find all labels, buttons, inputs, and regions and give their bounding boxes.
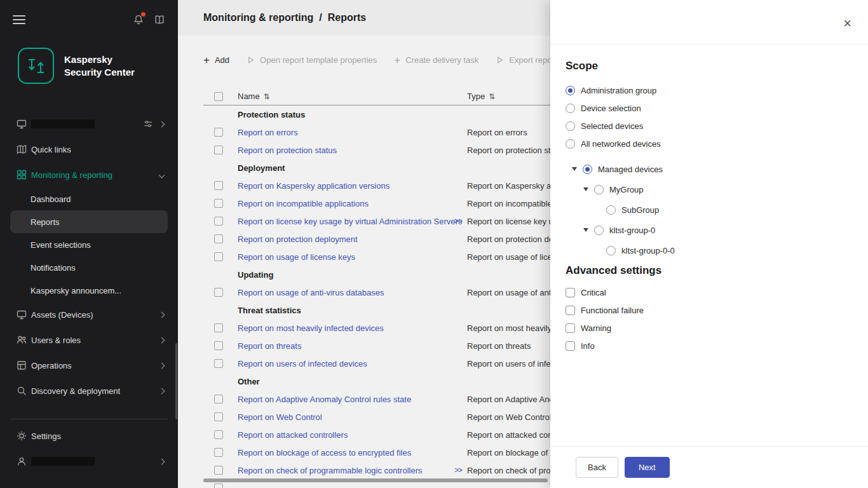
notifications-bell-icon[interactable]: [133, 14, 144, 25]
sidebar-item-label: Operations: [31, 361, 72, 370]
back-button[interactable]: Back: [576, 457, 618, 478]
server-switch-icon[interactable]: [143, 119, 153, 129]
radio-button[interactable]: [594, 185, 604, 194]
checkbox[interactable]: [566, 341, 575, 351]
row-checkbox[interactable]: [214, 146, 223, 154]
tree-expander-icon[interactable]: [572, 167, 577, 171]
row-checkbox[interactable]: [214, 217, 223, 226]
breadcrumb-parent[interactable]: Monitoring & reporting: [203, 12, 313, 24]
row-checkbox[interactable]: [214, 448, 223, 457]
report-link[interactable]: Report on errors: [238, 128, 298, 137]
kaspersky-logo-icon: [18, 48, 54, 84]
next-button[interactable]: Next: [625, 457, 670, 478]
radio-button[interactable]: [566, 121, 575, 131]
report-link[interactable]: Report on incompatible applications: [238, 199, 369, 208]
row-checkbox[interactable]: [214, 395, 223, 403]
sidebar-item-account[interactable]: [0, 449, 178, 474]
sidebar-item-assets[interactable]: Assets (Devices): [0, 302, 178, 327]
toolbar-button-export-report[interactable]: Export report: [496, 55, 557, 65]
sidebar-subitem-dashboard[interactable]: Dashboard: [10, 187, 168, 210]
group-name: Deployment: [238, 163, 467, 173]
hamburger-menu-icon[interactable]: [13, 15, 25, 24]
sidebar-item-monitoring-reporting[interactable]: Monitoring & reporting: [0, 162, 178, 187]
report-link[interactable]: Report on users of infected devices: [238, 359, 367, 369]
row-checkbox[interactable]: [214, 323, 223, 332]
severity-option-label: Critical: [581, 288, 606, 297]
tree-expander-icon[interactable]: [583, 228, 588, 232]
sidebar-topbar: [0, 0, 178, 25]
report-link[interactable]: Report on threats: [238, 341, 301, 351]
row-checkbox[interactable]: [214, 412, 223, 421]
server-icon: [16, 118, 27, 130]
row-check-cell: [203, 359, 238, 368]
checkbox[interactable]: [566, 288, 575, 297]
report-link[interactable]: Report on protection status: [238, 146, 337, 155]
help-book-icon[interactable]: [154, 14, 165, 25]
expand-marker[interactable]: >>: [454, 466, 462, 475]
row-checkbox[interactable]: [214, 430, 223, 439]
report-link[interactable]: Report on Kaspersky application versions: [238, 181, 390, 191]
report-link[interactable]: Report on usage of anti-virus databases: [238, 288, 384, 297]
tree-node-label: SubGroup: [621, 205, 659, 215]
sidebar-subitem-event-selections[interactable]: Event selections: [10, 233, 168, 256]
close-icon[interactable]: ×: [843, 17, 851, 30]
sidebar-item-users-roles[interactable]: Users & roles: [0, 327, 178, 353]
sidebar-item-label: Discovery & deployment: [31, 386, 120, 396]
radio-button[interactable]: [583, 165, 592, 174]
sort-icon[interactable]: ⇅: [264, 92, 270, 101]
report-link[interactable]: Report on attacked controllers: [238, 430, 348, 440]
scope-option-label: All networked devices: [581, 139, 661, 149]
report-link[interactable]: Report on usage of license keys: [238, 252, 355, 262]
sort-icon[interactable]: ⇅: [489, 92, 495, 101]
row-checkbox[interactable]: [214, 128, 223, 137]
row-checkbox[interactable]: [214, 181, 223, 190]
sidebar-item-quick-links[interactable]: Quick links: [0, 137, 178, 162]
chevron-down-icon: [159, 172, 165, 178]
expand-marker[interactable]: >>: [454, 217, 462, 226]
row-check-cell: [203, 146, 238, 154]
checkbox[interactable]: [566, 323, 575, 333]
column-header-name[interactable]: Name ⇅: [238, 92, 467, 101]
report-link[interactable]: Report on protection deployment: [238, 234, 358, 244]
horizontal-scrollbar[interactable]: [203, 478, 548, 482]
row-checkbox[interactable]: [214, 199, 223, 208]
report-link[interactable]: Report on blockage of access to encrypte…: [238, 448, 411, 458]
radio-button[interactable]: [566, 104, 575, 113]
radio-button[interactable]: [566, 139, 575, 149]
report-link[interactable]: Report on license key usage by virtual A…: [238, 217, 462, 226]
row-checkbox[interactable]: [214, 234, 223, 243]
select-all-checkbox[interactable]: [214, 92, 223, 101]
sidebar-subitem-kaspersky-announcem[interactable]: Kaspersky announcem...: [10, 279, 168, 302]
sidebar-subitem-reports[interactable]: Reports: [10, 210, 168, 233]
radio-button[interactable]: [606, 246, 616, 255]
report-link[interactable]: Report on Web Control: [238, 412, 322, 422]
checkbox[interactable]: [566, 306, 575, 315]
report-link[interactable]: Report on check of programmable logic co…: [238, 466, 422, 475]
row-name-cell: Report on protection status: [238, 144, 467, 156]
row-checkbox[interactable]: [214, 341, 223, 350]
sidebar-scrollbar[interactable]: [175, 343, 177, 419]
row-checkbox[interactable]: [214, 288, 223, 297]
sidebar-item-settings[interactable]: Settings: [0, 423, 178, 449]
radio-button[interactable]: [606, 205, 616, 215]
sidebar-item-discovery-deployment[interactable]: Discovery & deployment: [0, 378, 178, 403]
tree-expander-icon[interactable]: [583, 187, 588, 191]
toolbar-button-open-report-template-properties[interactable]: Open report template properties: [247, 55, 377, 65]
row-check-cell: [203, 288, 238, 297]
row-checkbox[interactable]: [214, 466, 223, 475]
sidebar-item-server[interactable]: [0, 111, 178, 137]
row-name-cell: Report on blockage of access to encrypte…: [238, 447, 467, 458]
radio-button[interactable]: [594, 226, 604, 235]
toolbar-button-add[interactable]: +Add: [203, 55, 229, 65]
report-link[interactable]: Report on Adaptive Anomaly Control rules…: [238, 395, 411, 404]
report-link[interactable]: Report on most heavily infected devices: [238, 323, 384, 333]
scope-option-label: Administration group: [581, 86, 656, 95]
row-checkbox[interactable]: [214, 252, 223, 261]
tree-node-label: Managed devices: [598, 165, 663, 174]
sidebar-item-operations[interactable]: Operations: [0, 353, 178, 378]
toolbar-button-create-delivery-task[interactable]: +Create delivery task: [394, 55, 478, 65]
sidebar-subitem-notifications[interactable]: Notifications: [10, 256, 168, 279]
row-checkbox[interactable]: [214, 359, 223, 368]
row-checkbox[interactable]: [214, 484, 223, 488]
radio-button[interactable]: [566, 86, 575, 95]
